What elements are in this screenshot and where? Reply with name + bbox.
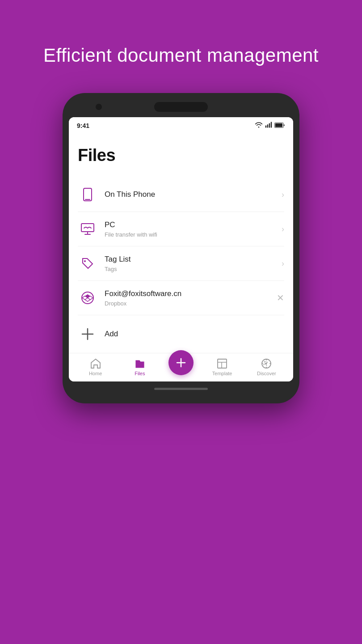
nav-discover-label: Discover [257, 371, 276, 376]
nav-template[interactable]: Template [206, 358, 238, 376]
tag-list-title: Tag List [105, 254, 277, 264]
nav-discover[interactable]: Discover [251, 358, 282, 376]
svg-rect-1 [267, 124, 268, 127]
list-item-tag-list[interactable]: Tag List Tags › [78, 246, 284, 281]
svg-rect-3 [271, 122, 272, 128]
phone-top-bar [69, 102, 293, 112]
add-item[interactable]: Add [78, 315, 284, 353]
phone-camera [96, 104, 102, 110]
svg-rect-5 [275, 123, 282, 127]
list-item-dropbox[interactable]: Foxit@foxitsoftware.cn Dropbox ✕ [78, 281, 284, 315]
tag-list-subtitle: Tags [105, 266, 277, 272]
phone-frame: 9:41 [63, 93, 299, 403]
page-background: Efficient document management 9:41 [0, 0, 362, 644]
tag-list-text: Tag List Tags [105, 254, 277, 272]
dropbox-subtitle: Dropbox [105, 300, 272, 307]
tag-icon [78, 254, 97, 273]
dropbox-title: Foxit@foxitsoftware.cn [105, 289, 272, 299]
phone-icon [78, 185, 97, 204]
add-label: Add [105, 330, 118, 339]
list-item-on-this-phone[interactable]: On This Phone › [78, 178, 284, 212]
tag-list-chevron: › [282, 259, 284, 268]
nav-home-label: Home [89, 371, 102, 376]
bottom-nav: Home Files [69, 353, 293, 381]
battery-icon [274, 122, 285, 130]
wifi-icon [255, 122, 263, 130]
list-item-pc[interactable]: PC File transfer with wifi › [78, 212, 284, 246]
pc-subtitle: File transfer with wifi [105, 231, 277, 238]
nav-home[interactable]: Home [80, 358, 111, 376]
nav-add-button[interactable] [168, 350, 194, 375]
dropbox-text: Foxit@foxitsoftware.cn Dropbox [105, 289, 272, 306]
status-icons [255, 122, 285, 130]
add-icon [78, 324, 97, 344]
status-bar: 9:41 [69, 117, 293, 132]
page-title: Efficient document management [25, 45, 337, 66]
dropbox-icon [78, 288, 97, 308]
signal-icon [265, 122, 272, 130]
files-screen-title: Files [78, 146, 284, 165]
dropbox-close[interactable]: ✕ [277, 292, 284, 303]
pc-chevron: › [282, 225, 284, 234]
status-time: 9:41 [77, 122, 89, 129]
phone-speaker [154, 102, 208, 112]
svg-rect-17 [218, 359, 227, 368]
phone-screen: 9:41 [69, 117, 293, 381]
nav-template-label: Template [212, 371, 232, 376]
pc-title: PC [105, 220, 277, 230]
pc-text: PC File transfer with wifi [105, 220, 277, 237]
monitor-icon [78, 219, 97, 239]
on-this-phone-title: On This Phone [105, 190, 277, 199]
svg-rect-2 [269, 123, 270, 128]
nav-files-label: Files [135, 371, 145, 376]
app-content: Files On This Phone › [69, 132, 293, 353]
phone-bottom-bar [154, 388, 208, 390]
nav-files[interactable]: Files [124, 358, 156, 376]
svg-rect-6 [84, 188, 92, 201]
svg-point-11 [84, 260, 86, 262]
svg-rect-0 [265, 126, 266, 128]
on-this-phone-text: On This Phone [105, 190, 277, 199]
on-this-phone-chevron: › [282, 190, 284, 199]
